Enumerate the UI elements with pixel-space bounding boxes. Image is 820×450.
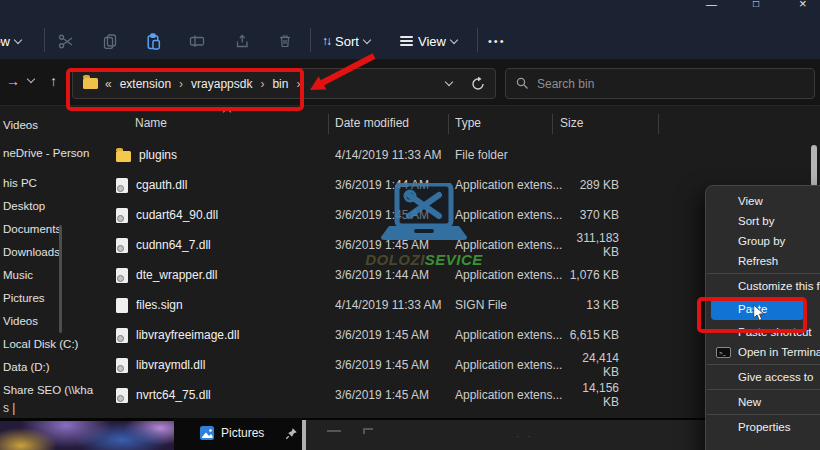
context-menu-item-view[interactable]: View bbox=[706, 191, 820, 211]
context-menu-label: New bbox=[738, 396, 761, 408]
sort-button-label: Sort bbox=[335, 34, 359, 49]
context-menu-item-give-access-to[interactable]: Give access to bbox=[706, 367, 820, 387]
address-dropdown-chevron-icon[interactable] bbox=[445, 78, 453, 86]
context-menu-item-paste-shortcut[interactable]: Paste shortcut bbox=[706, 322, 820, 342]
breadcrumb-item[interactable]: bin bbox=[272, 77, 288, 91]
file-name-cell: plugins bbox=[112, 148, 335, 162]
column-header-name[interactable]: Name bbox=[135, 116, 167, 130]
search-icon bbox=[516, 77, 529, 90]
rename-button[interactable] bbox=[186, 30, 208, 52]
dll-file-icon bbox=[116, 208, 128, 223]
sidebar-item[interactable]: Data (D:) bbox=[0, 356, 110, 379]
context-menu-item-group-by[interactable]: Group by bbox=[706, 231, 820, 251]
sidebar-item[interactable]: Videos bbox=[0, 310, 110, 333]
toolbar-divider bbox=[310, 28, 311, 52]
column-divider[interactable] bbox=[552, 114, 553, 134]
refresh-icon[interactable] bbox=[471, 77, 485, 91]
sidebar-item[interactable]: Videos bbox=[0, 114, 110, 137]
sidebar-item[interactable]: neDrive - Person bbox=[0, 142, 110, 165]
context-menu-label: Open in Terminal bbox=[738, 346, 820, 358]
file-name-text: cudart64_90.dll bbox=[136, 208, 218, 222]
sidebar-item[interactable]: Music bbox=[0, 264, 110, 287]
breadcrumb-separator-icon: › bbox=[179, 77, 183, 91]
sidebar-item[interactable]: Share SEO (\\kha bbox=[0, 379, 110, 402]
search-box[interactable] bbox=[505, 68, 815, 99]
file-size-cell: 370 KB bbox=[567, 208, 653, 222]
close-button[interactable]: × bbox=[799, 0, 807, 12]
file-date-cell: 3/6/2019 1:44 AM bbox=[335, 268, 455, 282]
pictures-pinned-item[interactable]: Pictures bbox=[200, 426, 298, 440]
chevron-down-icon bbox=[14, 35, 22, 43]
file-size-cell: 14,156 KB bbox=[567, 381, 653, 409]
background-glyph bbox=[327, 430, 341, 432]
view-button[interactable]: View bbox=[400, 26, 457, 56]
file-size-cell: 13 KB bbox=[567, 298, 653, 312]
column-divider[interactable] bbox=[658, 114, 659, 134]
sort-button[interactable]: ↑↓ Sort bbox=[322, 26, 370, 56]
column-divider[interactable] bbox=[448, 114, 449, 134]
file-name-cell: files.sign bbox=[112, 298, 335, 313]
sidebar-item[interactable]: Documents bbox=[0, 218, 110, 241]
cut-button[interactable] bbox=[55, 30, 77, 52]
context-menu-item-refresh[interactable]: Refresh bbox=[706, 251, 820, 271]
recent-locations-icon[interactable] bbox=[27, 75, 35, 83]
column-divider[interactable] bbox=[328, 114, 329, 134]
file-name-cell: nvrtc64_75.dll bbox=[112, 388, 335, 403]
column-header-type[interactable]: Type bbox=[455, 116, 481, 130]
breadcrumb-overflow-chevron[interactable]: « bbox=[105, 77, 112, 91]
breadcrumb-item[interactable]: extension bbox=[120, 77, 171, 91]
file-type-cell: Application extens... bbox=[455, 328, 567, 342]
terminal-icon bbox=[716, 347, 731, 358]
search-input[interactable] bbox=[537, 77, 804, 91]
more-options-button[interactable]: ••• bbox=[488, 26, 506, 56]
share-button[interactable] bbox=[231, 30, 253, 52]
watermark: DOLOZISEVICE bbox=[348, 183, 500, 268]
maximize-button[interactable]: □ bbox=[753, 0, 759, 12]
forward-icon[interactable]: → bbox=[6, 73, 20, 89]
watermark-text: DOLOZISEVICE bbox=[348, 251, 500, 268]
sidebar-item[interactable]: Local Disk (C:) bbox=[0, 333, 110, 356]
watermark-brand-left: DOLOZI bbox=[365, 251, 425, 268]
chevron-down-icon bbox=[450, 35, 458, 43]
status-bar: s | bbox=[0, 401, 15, 417]
file-type-cell: Application extens... bbox=[455, 358, 567, 372]
sidebar-item[interactable]: his PC bbox=[0, 172, 110, 195]
pictures-label: Pictures bbox=[221, 426, 264, 440]
copy-button[interactable] bbox=[99, 30, 121, 52]
cut-scissors-icon bbox=[58, 33, 75, 50]
pin-icon[interactable] bbox=[285, 427, 298, 440]
context-menu-item-paste[interactable]: Paste bbox=[711, 298, 804, 320]
column-header-size[interactable]: Size bbox=[560, 116, 583, 130]
sidebar-item[interactable]: Pictures bbox=[0, 287, 110, 310]
file-name-text: cgauth.dll bbox=[136, 178, 187, 192]
file-name-cell: libvraymdl.dll bbox=[112, 358, 335, 373]
sidebar-scrollbar[interactable] bbox=[59, 225, 62, 333]
address-bar[interactable]: «extension›vrayappsdk›bin› bbox=[72, 68, 496, 99]
file-row[interactable]: plugins4/14/2019 11:33 AMFile folder bbox=[112, 140, 812, 170]
context-menu-label: Give access to bbox=[738, 371, 813, 383]
file-date-cell: 4/14/2019 11:33 AM bbox=[335, 298, 455, 312]
minimize-button[interactable]: — bbox=[706, 0, 717, 12]
title-and-command-bar: — □ × New bbox=[0, 0, 820, 60]
column-header-date[interactable]: Date modified bbox=[335, 116, 409, 130]
context-menu-item-sort-by[interactable]: Sort by bbox=[706, 211, 820, 231]
file-type-cell: Application extens... bbox=[455, 388, 567, 402]
context-menu-item-customize-this-fol[interactable]: Customize this fol bbox=[706, 276, 820, 296]
sidebar-item[interactable]: Desktop bbox=[0, 195, 110, 218]
delete-button[interactable] bbox=[274, 30, 296, 52]
file-name-text: dte_wrapper.dll bbox=[136, 268, 217, 282]
context-menu-item-new[interactable]: New bbox=[706, 392, 820, 412]
context-menu-item-open-in-terminal[interactable]: Open in Terminal bbox=[706, 342, 820, 362]
rename-icon bbox=[189, 33, 205, 49]
delete-trash-icon bbox=[277, 33, 293, 49]
context-menu-item-properties[interactable]: Properties bbox=[706, 417, 820, 437]
breadcrumb-item[interactable]: vrayappsdk bbox=[191, 77, 252, 91]
file-size-cell: 24,414 KB bbox=[567, 351, 653, 379]
file-list-scrollbar[interactable] bbox=[811, 145, 817, 187]
up-icon[interactable]: ↑ bbox=[50, 73, 57, 89]
sidebar-item[interactable]: Downloads bbox=[0, 241, 110, 264]
file-name-cell: libvrayfreeimage.dll bbox=[112, 328, 335, 343]
sort-ascending-caret-icon bbox=[223, 108, 231, 116]
paste-button[interactable] bbox=[142, 30, 164, 52]
new-button[interactable]: New bbox=[0, 26, 21, 56]
